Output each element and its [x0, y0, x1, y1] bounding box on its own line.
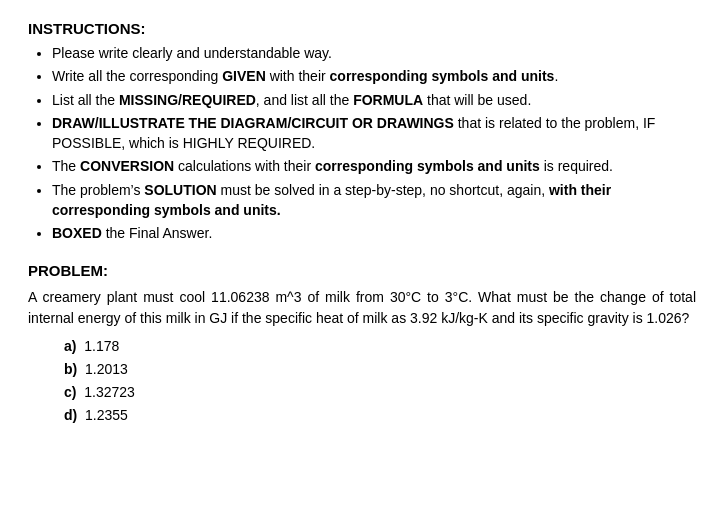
- choice-d: d) 1.2355: [64, 405, 696, 426]
- list-item: DRAW/ILLUSTRATE THE DIAGRAM/CIRCUIT OR D…: [52, 113, 696, 154]
- problem-section: PROBLEM: A creamery plant must cool 11.0…: [28, 262, 696, 426]
- choice-b: b) 1.2013: [64, 359, 696, 380]
- problem-title: PROBLEM:: [28, 262, 696, 279]
- choice-c: c) 1.32723: [64, 382, 696, 403]
- list-item: List all the MISSING/REQUIRED, and list …: [52, 90, 696, 110]
- list-item: BOXED the Final Answer.: [52, 223, 696, 243]
- instructions-title: INSTRUCTIONS:: [28, 20, 696, 37]
- list-item: Please write clearly and understandable …: [52, 43, 696, 63]
- choices-list: a) 1.178 b) 1.2013 c) 1.32723 d) 1.2355: [64, 336, 696, 426]
- instructions-list: Please write clearly and understandable …: [28, 43, 696, 244]
- list-item: The CONVERSION calculations with their c…: [52, 156, 696, 176]
- list-item: The problem’s SOLUTION must be solved in…: [52, 180, 696, 221]
- instructions-section: INSTRUCTIONS: Please write clearly and u…: [28, 20, 696, 244]
- choice-a: a) 1.178: [64, 336, 696, 357]
- list-item: Write all the corresponding GIVEN with t…: [52, 66, 696, 86]
- problem-text: A creamery plant must cool 11.06238 m^3 …: [28, 287, 696, 330]
